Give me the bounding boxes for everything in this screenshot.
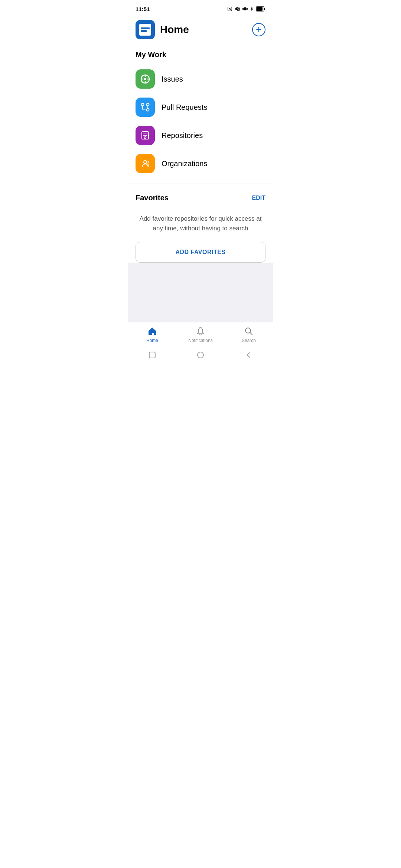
header-left: Home <box>136 20 189 39</box>
svg-point-25 <box>198 352 203 358</box>
status-time: 11:51 <box>136 6 150 12</box>
status-bar: 11:51 <box>128 0 273 16</box>
pull-requests-icon-bg <box>136 98 155 117</box>
home-nav-label: Home <box>146 338 158 343</box>
organizations-item[interactable]: Organizations <box>128 149 273 178</box>
repositories-item[interactable]: Repositories <box>128 121 273 149</box>
svg-line-23 <box>250 333 252 335</box>
add-favorites-label: ADD FAVORITES <box>175 249 225 255</box>
organizations-icon <box>140 158 151 169</box>
gesture-circle-icon <box>195 350 206 360</box>
nav-home[interactable]: Home <box>128 326 176 343</box>
issues-label: Issues <box>162 75 183 83</box>
pull-requests-icon <box>140 102 151 113</box>
app-logo-inner <box>139 24 151 36</box>
organizations-label: Organizations <box>162 160 207 168</box>
notifications-nav-icon <box>195 326 206 336</box>
favorites-title: Favorites <box>136 194 169 202</box>
pull-requests-item[interactable]: Pull Requests <box>128 93 273 121</box>
vibrate-icon <box>242 6 248 12</box>
repositories-icon-bg <box>136 126 155 145</box>
repositories-label: Repositories <box>162 131 203 140</box>
app-logo <box>136 20 155 39</box>
nav-notifications[interactable]: Notifications <box>176 326 225 343</box>
battery-icon <box>256 6 265 11</box>
status-icons <box>227 6 265 12</box>
organizations-icon-bg <box>136 154 155 173</box>
issues-icon <box>140 73 151 85</box>
header: Home <box>128 16 273 47</box>
issues-item[interactable]: Issues <box>128 65 273 93</box>
repositories-icon <box>140 130 151 141</box>
gray-background-area <box>128 263 273 322</box>
svg-rect-3 <box>257 7 263 11</box>
add-button[interactable] <box>252 23 265 36</box>
svg-point-7 <box>144 78 146 80</box>
gesture-square-icon <box>147 350 157 360</box>
logo-icon <box>140 25 150 34</box>
plus-icon <box>255 26 262 33</box>
bottom-nav: Home Notifications Search <box>128 322 273 345</box>
notifications-nav-label: Notifications <box>188 338 212 343</box>
issues-icon-bg <box>136 69 155 89</box>
page-title: Home <box>160 24 189 36</box>
search-nav-icon <box>244 326 254 336</box>
nfc-icon <box>227 6 233 12</box>
my-work-title: My Work <box>128 47 273 65</box>
svg-point-14 <box>147 103 149 106</box>
gesture-bar <box>128 345 273 366</box>
bluetooth-icon <box>250 6 254 12</box>
svg-rect-2 <box>264 8 265 10</box>
search-nav-label: Search <box>242 338 256 343</box>
section-divider <box>128 184 273 184</box>
pull-requests-label: Pull Requests <box>162 103 207 112</box>
favorites-header: Favorites EDIT <box>128 190 273 208</box>
my-work-section: My Work Issues Pull <box>128 47 273 178</box>
svg-rect-5 <box>141 30 147 32</box>
favorites-section: Favorites EDIT Add favorite repositories… <box>128 190 273 263</box>
home-nav-icon <box>147 326 157 336</box>
gesture-back-icon <box>244 350 254 360</box>
edit-favorites-button[interactable]: EDIT <box>252 195 265 201</box>
svg-rect-24 <box>149 352 155 358</box>
nav-search[interactable]: Search <box>225 326 273 343</box>
add-favorites-button[interactable]: ADD FAVORITES <box>136 242 265 263</box>
svg-rect-4 <box>141 27 150 29</box>
svg-point-20 <box>144 161 147 164</box>
favorites-description: Add favorite repositories for quick acce… <box>128 208 273 242</box>
svg-point-12 <box>141 103 144 106</box>
mute-icon <box>235 6 241 12</box>
